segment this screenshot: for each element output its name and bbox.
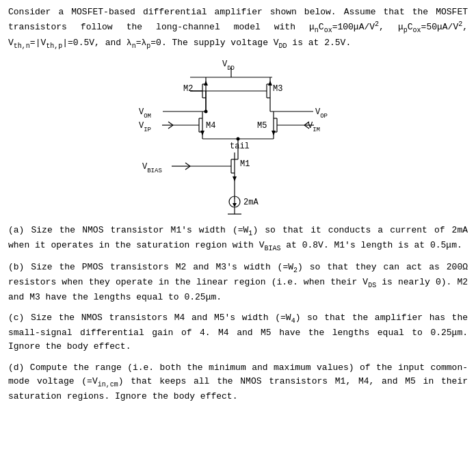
- svg-text:2mA: 2mA: [243, 198, 259, 207]
- svg-text:VIP: VIP: [139, 121, 151, 133]
- svg-text:M3: M3: [273, 84, 282, 94]
- question-c: (c) Size the NMOS transistors M4 and M5'…: [8, 311, 468, 354]
- svg-line-71: [185, 166, 190, 170]
- svg-marker-10: [204, 81, 208, 85]
- svg-text:VDD: VDD: [222, 59, 235, 72]
- svg-text:tail: tail: [230, 142, 250, 151]
- circuit-diagram: text { font-family: 'Courier New', Couri…: [8, 58, 468, 215]
- intro-paragraph: Consider a MOSFET-based differential amp…: [8, 5, 468, 51]
- svg-text:M5: M5: [257, 121, 267, 131]
- question-a: (a) Size the NMOS transistor M1's width …: [8, 224, 468, 254]
- svg-marker-18: [268, 81, 272, 85]
- svg-text:VBIAS: VBIAS: [142, 162, 162, 174]
- svg-text:M2: M2: [183, 84, 193, 94]
- svg-line-70: [185, 163, 190, 166]
- svg-marker-48: [272, 131, 276, 135]
- svg-text:VIM: VIM: [308, 121, 320, 133]
- svg-text:VOM: VOM: [139, 107, 151, 120]
- question-d: (d) Compute the range (i.e. both the min…: [8, 361, 468, 403]
- svg-marker-35: [200, 131, 204, 135]
- svg-line-38: [168, 122, 173, 125]
- svg-text:M4: M4: [206, 121, 215, 131]
- question-b: (b) Size the PMOS transistors M2 and M3'…: [8, 261, 468, 304]
- svg-text:M1: M1: [240, 159, 250, 169]
- svg-text:VOP: VOP: [315, 107, 328, 120]
- svg-marker-67: [233, 176, 237, 181]
- svg-line-39: [168, 125, 173, 129]
- svg-point-25: [204, 109, 208, 113]
